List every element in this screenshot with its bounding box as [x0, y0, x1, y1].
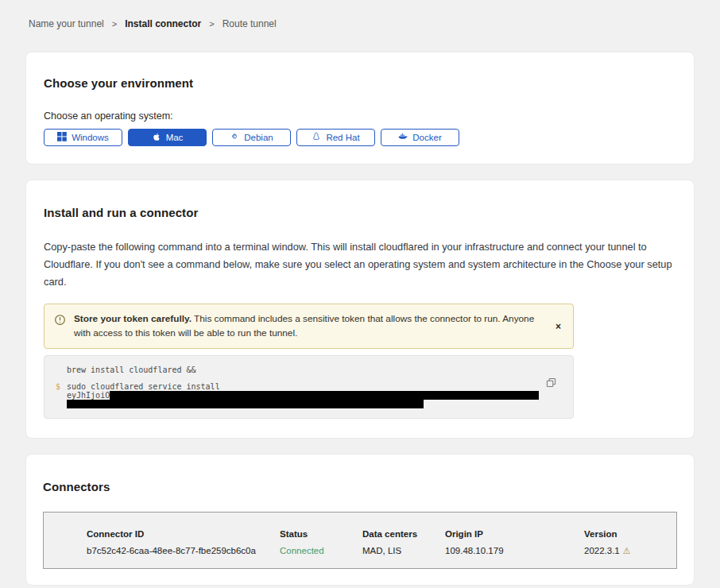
col-connector-id: Connector ID — [87, 529, 280, 539]
install-connector-card: Install and run a connector Copy-paste t… — [25, 180, 695, 439]
breadcrumb-name-your-tunnel[interactable]: Name your tunnel — [29, 18, 104, 29]
os-button-label: Mac — [166, 133, 184, 142]
windows-icon — [57, 132, 67, 143]
connectors-table: Connector ID Status Data centers Origin … — [43, 512, 677, 569]
install-command-code-block: brew install cloudflared && $ sudo cloud… — [44, 355, 574, 419]
warning-triangle-icon: ⚠ — [623, 547, 631, 555]
os-button-debian[interactable]: Debian — [212, 129, 291, 146]
status-badge: Connected — [280, 546, 362, 555]
os-button-row: Windows Mac Debian Red Hat Docker — [44, 129, 676, 146]
os-select-label: Choose an operating system: — [44, 110, 676, 122]
choose-environment-card: Choose your environment Choose an operat… — [25, 52, 695, 164]
connectors-title: Connectors — [43, 480, 677, 493]
breadcrumb-separator: > — [209, 19, 214, 29]
version-value: 2022.3.1 ⚠ — [584, 546, 668, 555]
copy-icon[interactable] — [546, 377, 556, 388]
choose-environment-title: Choose your environment — [44, 76, 676, 90]
breadcrumb: Name your tunnel > Install connector > R… — [0, 0, 720, 29]
col-data-centers: Data centers — [362, 529, 445, 539]
col-status: Status — [280, 529, 362, 539]
token-prefix: eyJhIjoiO — [67, 391, 110, 400]
docker-whale-icon — [398, 132, 408, 143]
origin-ip-value: 109.48.10.179 — [445, 546, 584, 555]
close-icon[interactable]: × — [554, 320, 563, 333]
connector-id-value: b7c52c42-6caa-48ee-8c77-fbe259cb6c0a — [87, 546, 280, 555]
redhat-penguin-icon — [312, 132, 321, 143]
breadcrumb-separator: > — [112, 19, 117, 29]
breadcrumb-route-tunnel[interactable]: Route tunnel — [223, 18, 277, 29]
col-origin-ip: Origin IP — [445, 529, 584, 539]
os-button-label: Docker — [412, 133, 441, 142]
alert-circle-icon — [54, 314, 66, 340]
debian-icon — [230, 132, 239, 143]
token-warning-title: Store your token carefully. — [74, 313, 192, 324]
breadcrumb-install-connector[interactable]: Install connector — [125, 18, 201, 29]
connectors-table-header: Connector ID Status Data centers Origin … — [87, 529, 668, 539]
os-button-label: Red Hat — [326, 133, 359, 142]
table-row: b7c52c42-6caa-48ee-8c77-fbe259cb6c0a Con… — [87, 546, 668, 555]
token-line: eyJhIjoiO — [67, 391, 562, 400]
os-button-docker[interactable]: Docker — [381, 129, 459, 146]
apple-icon — [152, 132, 161, 143]
os-button-mac[interactable]: Mac — [128, 129, 207, 146]
os-button-redhat[interactable]: Red Hat — [296, 129, 375, 146]
token-warning-text: Store your token carefully. This command… — [74, 312, 546, 340]
code-command-group: $ sudo cloudflared service install eyJhI… — [67, 382, 562, 408]
col-version: Version — [584, 529, 668, 539]
redacted-token-bar — [110, 391, 539, 400]
os-button-windows[interactable]: Windows — [44, 129, 122, 146]
terminal-prompt: $ — [56, 382, 60, 391]
connectors-card: Connectors Connector ID Status Data cent… — [25, 454, 695, 586]
code-line-brew-install: brew install cloudflared && — [67, 366, 562, 374]
install-connector-description: Copy-paste the following command into a … — [44, 238, 675, 291]
install-connector-title: Install and run a connector — [44, 206, 676, 219]
version-number: 2022.3.1 — [584, 546, 620, 555]
os-button-label: Debian — [244, 133, 273, 142]
redacted-token-bar — [67, 400, 424, 408]
os-button-label: Windows — [72, 133, 109, 142]
data-centers-value: MAD, LIS — [362, 546, 445, 555]
token-warning-banner: Store your token carefully. This command… — [44, 304, 574, 349]
code-line-service-install: sudo cloudflared service install — [67, 382, 562, 391]
